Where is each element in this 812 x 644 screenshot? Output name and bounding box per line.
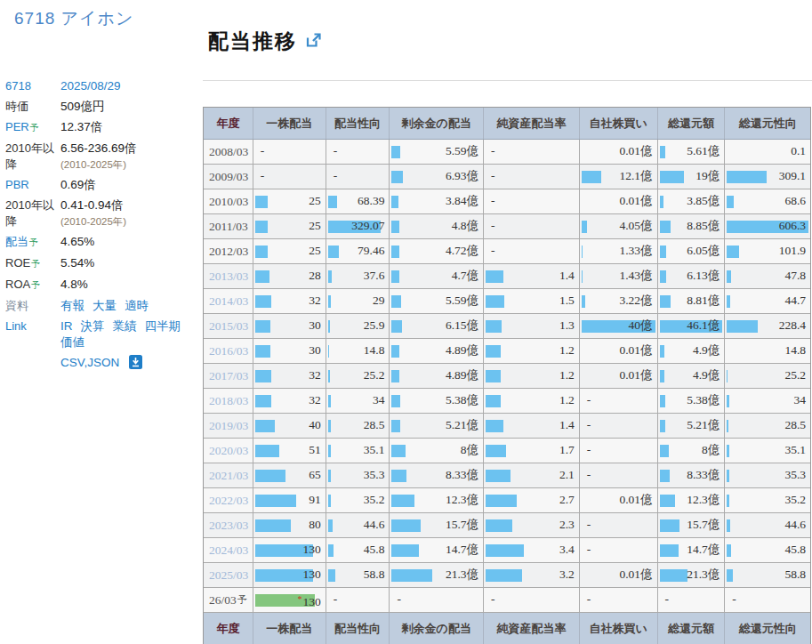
value-bar (486, 320, 502, 333)
value-bar (660, 171, 684, 183)
sidebar-label[interactable]: 配当予 (5, 234, 60, 251)
value-cell: 32 (253, 289, 326, 313)
value-cell: 47.8 (725, 264, 810, 288)
value-cell: 101.9 (725, 239, 810, 263)
sidebar-link[interactable]: IR (60, 318, 73, 334)
cell-value: - (261, 140, 265, 163)
year-cell[interactable]: 2023/03 (204, 513, 253, 537)
value-bar (727, 196, 733, 208)
cell-value: 0.01億 (619, 488, 652, 511)
value-cell: 35.2 (725, 488, 810, 512)
cell-value: - (587, 513, 591, 536)
cell-value: 58.8 (364, 563, 385, 586)
cell-value: 5.21億 (687, 414, 720, 437)
sidebar-value: 0.41-0.94倍(2010-2025年) (60, 197, 126, 229)
sidebar-label (5, 355, 60, 374)
sidebar-link[interactable]: CSV,JSON (60, 355, 119, 371)
table-row: 2012/032579.464.72億-1.33億6.05億101.9 (204, 239, 810, 264)
value-cell: 4.72億 (390, 239, 484, 263)
cell-value: 1.2 (559, 339, 575, 362)
cell-value: 606.3 (779, 214, 806, 237)
value-bar (391, 445, 406, 457)
value-cell: 30 (253, 339, 326, 363)
year-cell[interactable]: 2019/03 (204, 414, 253, 438)
value-cell: 25 (253, 214, 326, 238)
cell-value: 8.33億 (687, 463, 720, 487)
value-bar (328, 246, 339, 258)
year-cell[interactable]: 2020/03 (204, 439, 253, 463)
value-bar (727, 445, 729, 457)
value-bar (391, 420, 400, 432)
cell-value: 14.7億 (446, 538, 478, 561)
sidebar-label: 2010年以降 (5, 141, 60, 173)
year-cell[interactable]: 2017/03 (204, 364, 253, 388)
sidebar-link[interactable]: 決算 (81, 318, 105, 334)
cell-value: 80 (309, 513, 321, 536)
download-icon[interactable] (129, 358, 142, 372)
value-bar (255, 495, 296, 507)
value-cell: 5.59億 (390, 140, 484, 164)
value-bar (660, 246, 667, 258)
sidebar-link[interactable]: 大量 (92, 298, 117, 314)
cell-value: 91 (309, 488, 321, 511)
cell-value: 6.05億 (687, 239, 720, 262)
value-bar (328, 470, 332, 482)
value-bar (391, 246, 399, 258)
cell-value: 130 (302, 563, 320, 586)
cell-value: 32 (309, 289, 321, 312)
value-cell: 5.38億 (658, 389, 726, 413)
cell-value: 68.39 (358, 189, 384, 213)
sidebar-label[interactable]: PER予 (5, 119, 60, 136)
value-cell: 0.01億 (580, 339, 658, 363)
value-bar (391, 171, 403, 183)
year-cell[interactable]: 2024/03 (204, 538, 253, 562)
year-cell[interactable]: 2021/03 (204, 463, 253, 487)
year-cell[interactable]: 2014/03 (204, 289, 253, 313)
value-cell: 4.05億 (580, 214, 658, 238)
value-cell: 21.3億 (658, 563, 726, 587)
year-cell[interactable]: 2016/03 (204, 339, 253, 363)
value-cell: 5.61億 (658, 140, 726, 164)
column-header: 総還元性向 (725, 613, 810, 644)
value-cell: 309.1 (725, 165, 810, 189)
value-bar (255, 320, 270, 333)
year-cell[interactable]: 2025/03 (204, 563, 253, 587)
table-row: 2014/0332295.59億1.53.22億8.81億44.7 (204, 289, 810, 314)
cell-value: 12.1億 (619, 165, 652, 188)
value-cell: 4.89億 (390, 339, 484, 363)
year-cell[interactable]: 2018/03 (204, 389, 253, 413)
sidebar-value[interactable]: 2025/08/29 (60, 78, 121, 94)
forecast-mark: 予 (29, 237, 38, 247)
cell-value: 58.8 (784, 563, 806, 586)
sidebar-label[interactable]: Link (5, 318, 60, 350)
sidebar-label: 時価 (5, 99, 60, 115)
cell-value: - (491, 214, 495, 237)
cell-value: - (397, 588, 401, 611)
sidebar-label[interactable]: 6718 (5, 78, 60, 94)
value-cell: 91 (253, 488, 326, 512)
sidebar-label[interactable]: PBR (5, 177, 60, 193)
year-cell[interactable]: 2022/03 (204, 488, 253, 512)
external-link-icon[interactable] (305, 33, 321, 49)
cell-value: - (261, 165, 265, 188)
cell-value: 40 (309, 414, 321, 437)
cell-value: 30 (309, 339, 321, 362)
value-bar (727, 270, 731, 283)
year-cell[interactable]: 2015/03 (204, 314, 253, 338)
value-bar (328, 320, 330, 333)
sidebar-link[interactable]: 業績 (113, 318, 137, 334)
sidebar-link[interactable]: 四半期 (145, 318, 181, 334)
year-cell[interactable]: 2013/03 (204, 264, 253, 288)
value-bar (486, 470, 511, 482)
sidebar-label: ROA予 (5, 277, 60, 294)
cell-value: 79.46 (358, 239, 384, 262)
sidebar-link[interactable]: 有報 (60, 298, 84, 314)
cell-value: 15.7億 (687, 513, 720, 536)
sidebar-subtext: (2010-2025年) (60, 213, 126, 229)
sidebar-link[interactable]: 適時 (125, 298, 149, 314)
value-cell: 12.3億 (390, 488, 484, 512)
value-cell: 1.4 (484, 264, 580, 288)
sidebar-link[interactable]: 価値 (60, 334, 84, 350)
table-row: 2013/032837.64.7億1.41.43億6.13億47.8 (204, 264, 810, 289)
cell-value: 5.21億 (446, 414, 478, 437)
